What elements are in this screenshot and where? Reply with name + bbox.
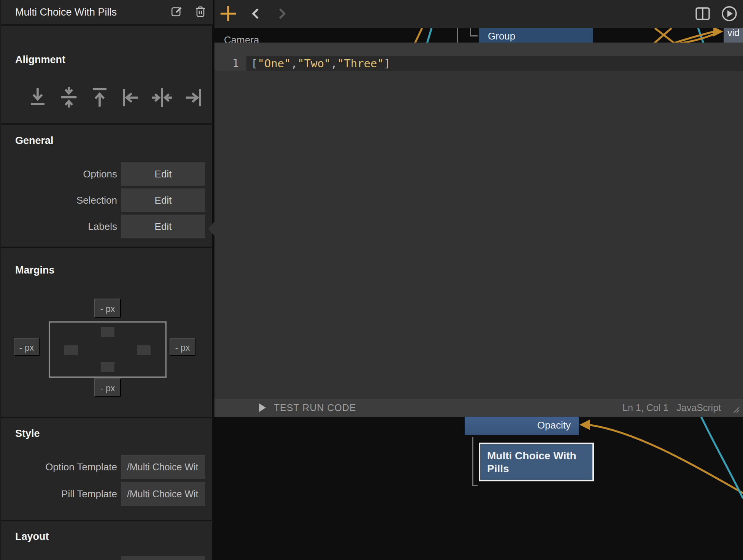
align-bottom-button[interactable] (28, 87, 48, 109)
selection-label: Selection (1, 188, 117, 212)
alignment-heading: Alignment (15, 54, 65, 66)
section-divider (1, 520, 213, 521)
options-edit-button[interactable]: Edit (121, 162, 205, 186)
split-view-icon (693, 19, 713, 25)
style-heading: Style (15, 428, 40, 440)
test-run-code-label[interactable]: TEST RUN CODE (274, 399, 356, 417)
node-group[interactable]: Group (479, 28, 593, 44)
margins-preview-box (49, 321, 167, 378)
sidebar-header: Multi Choice With Pills (1, 0, 213, 24)
margin-right-input[interactable]: - px (170, 338, 195, 356)
code-token: , (331, 57, 337, 70)
align-top-button[interactable] (90, 87, 110, 109)
delete-node-button[interactable] (194, 5, 207, 19)
run-preview-button[interactable] (719, 4, 739, 24)
code-token: "One" (257, 57, 291, 70)
section-divider (1, 123, 213, 125)
layout-field-partial[interactable] (121, 556, 205, 560)
editor-status-bar: TEST RUN CODE Ln 1, Col 1 JavaScript (214, 399, 743, 417)
chevron-left-icon (246, 19, 265, 25)
navigate-forward-button[interactable] (272, 4, 292, 24)
node-title: Multi Choice With Pills (15, 0, 117, 24)
hierarchy-line (457, 28, 458, 43)
labels-edit-button[interactable]: Edit (121, 215, 205, 238)
navigate-back-button[interactable] (246, 4, 265, 24)
hierarchy-elbow (470, 35, 478, 36)
margin-left-input[interactable]: - px (14, 338, 40, 356)
editor-top-strip (214, 43, 743, 56)
code-token: ] (384, 57, 390, 70)
pill-template-label: Pill Template (1, 482, 117, 506)
align-vertical-center-button[interactable] (59, 87, 79, 109)
margin-handle-left[interactable] (64, 345, 78, 355)
selection-edit-button[interactable]: Edit (121, 188, 205, 212)
language-indicator[interactable]: JavaScript (676, 399, 721, 417)
rename-button[interactable] (170, 5, 184, 19)
margin-top-input[interactable]: - px (94, 299, 121, 318)
code-token: "Two" (297, 57, 330, 70)
margin-handle-top[interactable] (101, 327, 114, 337)
code-editor-panel: 1 ["One","Two","Three"] TEST RUN CODE Ln… (214, 43, 743, 417)
hierarchy-elbow (472, 437, 473, 486)
align-right-icon (183, 104, 203, 110)
align-left-icon (121, 104, 141, 110)
option-template-value[interactable]: /Multi Choice Wit (121, 455, 205, 479)
node-video[interactable]: vid (724, 28, 743, 43)
hierarchy-elbow (472, 485, 478, 486)
layout-heading: Layout (15, 531, 49, 543)
add-node-button[interactable] (218, 4, 238, 24)
section-divider (1, 417, 213, 418)
section-divider (1, 24, 213, 26)
align-right-button[interactable] (183, 87, 203, 109)
option-template-label: Option Template (1, 455, 117, 479)
align-horizontal-center-icon (152, 104, 172, 110)
play-circle-icon (719, 19, 739, 25)
code-line-1[interactable]: 1 ["One","Two","Three"] (214, 56, 743, 71)
chevron-right-icon (272, 19, 292, 25)
edit-pencil-icon (170, 14, 184, 20)
margins-heading: Margins (15, 264, 55, 276)
properties-sidebar: Multi Choice With Pills Alignment (0, 0, 212, 560)
align-vertical-center-icon (59, 104, 79, 110)
labels-label: Labels (1, 215, 117, 238)
node-multi-choice-with-pills-selected[interactable]: Multi Choice With Pills (479, 443, 594, 481)
margin-handle-bottom[interactable] (101, 362, 114, 372)
cursor-position: Ln 1, Col 1 (622, 399, 668, 417)
plus-icon (218, 19, 238, 25)
margin-handle-right[interactable] (137, 345, 151, 355)
split-view-button[interactable] (693, 4, 713, 24)
code-token: [ (251, 57, 257, 70)
general-heading: General (15, 135, 54, 147)
canvas-toolbar (214, 0, 743, 28)
wire-arrowhead (713, 28, 723, 36)
code-token: "Three" (337, 57, 384, 70)
code-token: , (291, 57, 297, 70)
margin-bottom-input[interactable]: - px (94, 378, 121, 397)
options-label: Options (1, 162, 117, 186)
section-divider (1, 247, 213, 248)
node-opacity[interactable]: Opacity (465, 417, 579, 435)
line-number: 1 (214, 56, 246, 71)
pill-template-value[interactable]: /Multi Choice Wit (121, 482, 205, 506)
wire-arrowhead (579, 419, 590, 430)
align-horizontal-center-button[interactable] (152, 87, 172, 109)
editor-pointer-nub (208, 221, 214, 236)
test-run-button[interactable] (256, 401, 269, 415)
resize-grip-icon[interactable] (731, 404, 741, 416)
code-text[interactable]: ["One","Two","Three"] (246, 56, 743, 71)
align-left-button[interactable] (121, 87, 141, 109)
align-top-icon (90, 104, 110, 110)
align-bottom-icon (28, 104, 48, 110)
trash-icon (194, 14, 207, 20)
play-triangle-icon (258, 408, 267, 414)
